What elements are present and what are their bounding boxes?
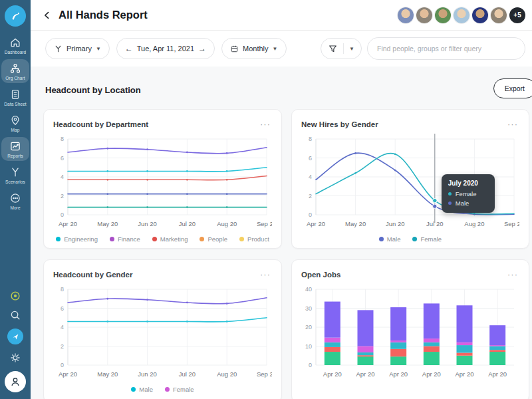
user-avatar[interactable] (472, 7, 488, 23)
svg-text:40: 40 (305, 286, 312, 293)
search-icon[interactable] (9, 309, 21, 321)
svg-text:Apr 20: Apr 20 (59, 370, 77, 378)
map-pin-icon (9, 114, 21, 126)
svg-text:6: 6 (61, 305, 64, 312)
user-avatar[interactable] (491, 7, 507, 23)
rabbit-logo-icon (9, 9, 22, 23)
svg-text:2: 2 (61, 193, 64, 200)
filter-button[interactable]: ▼ (321, 38, 362, 59)
sidebar-bottom (5, 290, 26, 392)
reports-icon (9, 140, 21, 152)
data-sheet-icon (9, 88, 21, 100)
svg-text:4: 4 (61, 174, 64, 180)
slingshot-icon (54, 45, 63, 53)
more-icon (9, 192, 21, 204)
charthop-logo[interactable] (5, 5, 26, 27)
chart-card-open-jobs: Open Jobs ··· 010203040Apr 20Apr 20Apr 2… (291, 259, 529, 399)
user-avatar[interactable] (416, 7, 432, 23)
legend-item: Engineering (56, 235, 98, 243)
back-chevron-icon[interactable] (40, 8, 55, 23)
chart-title: New Hires by Gender (301, 120, 378, 128)
card-menu-ellipsis-icon[interactable]: ··· (506, 271, 519, 278)
svg-text:May 20: May 20 (97, 370, 118, 378)
svg-text:10: 10 (305, 343, 312, 350)
svg-text:Jul 20: Jul 20 (179, 220, 196, 227)
scenario-label: Primary (66, 45, 92, 53)
svg-text:Apr 20: Apr 20 (389, 370, 408, 378)
bullseye-icon[interactable] (9, 290, 21, 302)
svg-text:Jun 20: Jun 20 (386, 220, 405, 227)
avatar-stack: +5 (398, 7, 525, 23)
user-avatar[interactable] (454, 7, 469, 23)
date-label[interactable]: Tue, Apr 11, 2021 (137, 45, 194, 53)
filter-toolbar: Primary ▼ ← Tue, Apr 11, 2021 → Monthly … (31, 31, 532, 66)
svg-text:0: 0 (61, 362, 64, 368)
svg-text:Sep 20: Sep 20 (504, 220, 519, 227)
user-avatar[interactable] (435, 7, 451, 23)
prev-date-arrow[interactable]: ← (125, 44, 133, 53)
line-chart[interactable]: 02468Apr 20May 20Jun 20Jul 20Aug 20Sep 2… (53, 132, 272, 235)
section-title: Headcount by Location (45, 85, 141, 95)
svg-text:Apr 20: Apr 20 (323, 370, 342, 378)
funnel-icon (328, 44, 338, 54)
report-content: Headcount by Location Export Headcount b… (31, 66, 532, 399)
svg-text:30: 30 (305, 305, 312, 312)
period-selector[interactable]: Monthly ▼ (221, 38, 286, 59)
search-box (367, 37, 525, 60)
stacked-bar-chart[interactable]: 010203040Apr 20Apr 20Apr 20Apr 20Apr 20A… (301, 283, 519, 385)
svg-text:4: 4 (309, 174, 312, 180)
date-navigator: ← Tue, Apr 11, 2021 → (116, 38, 215, 59)
sidebar-item-scenarios[interactable]: Scenarios (1, 163, 29, 187)
svg-text:0: 0 (309, 362, 312, 368)
sidebar-item-more[interactable]: More (1, 189, 29, 213)
svg-text:8: 8 (309, 136, 312, 142)
sidebar-item-label: Dashboard (5, 50, 27, 55)
svg-text:Aug 20: Aug 20 (217, 370, 237, 378)
svg-text:Sep 20: Sep 20 (257, 370, 272, 378)
sidebar-item-data-sheet[interactable]: Data Sheet (1, 85, 29, 109)
legend-item: Marketing (152, 235, 188, 243)
sidebar-item-label: Map (11, 128, 20, 132)
svg-text:Apr 20: Apr 20 (356, 370, 375, 378)
search-input[interactable] (377, 45, 515, 53)
sidebar-item-label: Data Sheet (4, 102, 27, 106)
sidebar-item-reports[interactable]: Reports (1, 137, 29, 161)
line-chart[interactable]: 02468Apr 20May 20Jun 20Jul 20Aug 20Sep 2… (301, 132, 519, 235)
chart-card-headcount-by-department: Headcount by Department ··· 02468Apr 20M… (43, 109, 282, 249)
scenario-selector[interactable]: Primary ▼ (45, 38, 110, 59)
card-menu-ellipsis-icon[interactable]: ··· (259, 121, 272, 128)
card-menu-ellipsis-icon[interactable]: ··· (259, 271, 272, 278)
card-menu-ellipsis-icon[interactable]: ··· (506, 121, 519, 128)
chart-title: Open Jobs (301, 271, 340, 279)
legend-item: Female (412, 235, 442, 243)
svg-text:Jun 20: Jun 20 (138, 220, 157, 227)
chart-legend: MaleFemale (301, 235, 519, 243)
chart-title: Headcount by Department (53, 120, 148, 128)
profile-avatar[interactable] (5, 371, 26, 392)
chart-card-new-hires-by-gender: New Hires by Gender ··· 02468Apr 20May 2… (291, 109, 529, 249)
svg-text:Apr 20: Apr 20 (307, 220, 325, 227)
chevron-down-icon: ▼ (96, 46, 101, 52)
messenger-icon[interactable] (7, 329, 23, 344)
sidebar-item-dashboard[interactable]: Dashboard (1, 33, 29, 57)
scenarios-icon (9, 166, 21, 178)
sidebar-nav: DashboardOrg ChartData SheetMapReportsSc… (1, 33, 29, 215)
top-header: All Hands Report +5 (31, 0, 532, 31)
sidebar-item-label: Scenarios (5, 180, 25, 184)
sidebar-item-map[interactable]: Map (1, 111, 29, 135)
sidebar-item-label: More (10, 205, 20, 210)
svg-text:0: 0 (61, 211, 64, 218)
user-avatar[interactable] (398, 7, 414, 23)
svg-text:2: 2 (309, 193, 312, 200)
avatar-overflow-badge[interactable]: +5 (509, 7, 525, 23)
next-date-arrow[interactable]: → (198, 44, 206, 53)
svg-text:6: 6 (61, 155, 64, 162)
legend-item: People (200, 235, 227, 243)
tooltip-series-row: Female (448, 190, 487, 198)
settings-gear-icon[interactable] (9, 352, 21, 364)
chart-title: Headcount by Gender (53, 271, 133, 279)
line-chart[interactable]: 02468Apr 20May 20Jun 20Jul 20Aug 20Sep 2… (53, 283, 272, 385)
chevron-down-icon: ▼ (273, 46, 278, 52)
export-button[interactable]: Export (493, 78, 532, 98)
sidebar-item-org-chart[interactable]: Org Chart (1, 59, 29, 83)
